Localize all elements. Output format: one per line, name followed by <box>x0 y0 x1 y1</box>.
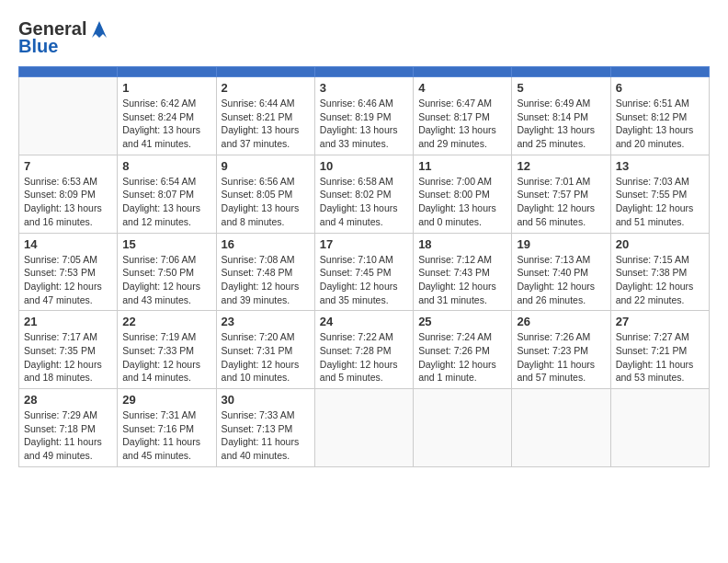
sunrise-text: Sunrise: 7:10 AM <box>320 253 408 267</box>
sunrise-text: Sunrise: 7:22 AM <box>320 330 408 344</box>
sunset-text: Sunset: 7:18 PM <box>24 422 112 436</box>
sunrise-text: Sunrise: 6:49 AM <box>517 97 605 110</box>
sunset-text: Sunset: 7:55 PM <box>616 188 704 201</box>
cell-content: Sunrise: 7:00 AM Sunset: 8:00 PM Dayligh… <box>418 175 506 229</box>
calendar-cell: 30 Sunrise: 7:33 AM Sunset: 7:13 PM Dayl… <box>216 389 314 467</box>
sunrise-text: Sunrise: 6:58 AM <box>320 175 408 189</box>
calendar-cell: 23 Sunrise: 7:20 AM Sunset: 7:31 PM Dayl… <box>216 311 314 389</box>
daylight-text: Daylight: 13 hours and 12 minutes. <box>122 201 210 228</box>
calendar-cell: 18 Sunrise: 7:12 AM Sunset: 7:43 PM Dayl… <box>414 233 512 311</box>
day-number: 18 <box>418 237 506 251</box>
calendar-cell: 13 Sunrise: 7:03 AM Sunset: 7:55 PM Dayl… <box>610 155 709 233</box>
day-number: 30 <box>222 393 310 407</box>
day-number: 11 <box>418 159 506 173</box>
sunset-text: Sunset: 8:14 PM <box>517 110 605 124</box>
calendar-cell: 27 Sunrise: 7:27 AM Sunset: 7:21 PM Dayl… <box>610 311 709 389</box>
header-monday <box>118 67 216 77</box>
sunset-text: Sunset: 8:12 PM <box>616 110 704 124</box>
daylight-text: Daylight: 12 hours and 14 minutes. <box>122 358 210 385</box>
day-number: 22 <box>122 315 210 328</box>
header-thursday <box>414 67 512 77</box>
cell-content: Sunrise: 7:03 AM Sunset: 7:55 PM Dayligh… <box>616 175 704 229</box>
calendar-cell: 24 Sunrise: 7:22 AM Sunset: 7:28 PM Dayl… <box>314 311 413 389</box>
sunset-text: Sunset: 7:48 PM <box>222 266 310 280</box>
sunrise-text: Sunrise: 6:56 AM <box>222 175 310 189</box>
sunrise-text: Sunrise: 7:05 AM <box>24 253 112 267</box>
daylight-text: Daylight: 12 hours and 22 minutes. <box>616 280 704 306</box>
calendar-cell: 11 Sunrise: 7:00 AM Sunset: 8:00 PM Dayl… <box>414 155 512 233</box>
calendar-cell <box>610 389 709 467</box>
sunset-text: Sunset: 8:19 PM <box>320 110 408 124</box>
calendar-cell: 12 Sunrise: 7:01 AM Sunset: 7:57 PM Dayl… <box>512 155 610 233</box>
daylight-text: Daylight: 11 hours and 45 minutes. <box>122 435 210 462</box>
cell-content: Sunrise: 6:56 AM Sunset: 8:05 PM Dayligh… <box>222 175 310 229</box>
cell-content: Sunrise: 7:01 AM Sunset: 7:57 PM Dayligh… <box>517 175 605 229</box>
sunrise-text: Sunrise: 7:24 AM <box>418 330 506 344</box>
day-number: 5 <box>517 81 605 95</box>
sunrise-text: Sunrise: 7:03 AM <box>616 175 704 189</box>
calendar-week-row: 1 Sunrise: 6:42 AM Sunset: 8:24 PM Dayli… <box>19 77 710 155</box>
calendar-cell: 22 Sunrise: 7:19 AM Sunset: 7:33 PM Dayl… <box>118 311 216 389</box>
calendar-week-row: 28 Sunrise: 7:29 AM Sunset: 7:18 PM Dayl… <box>19 389 710 467</box>
sunset-text: Sunset: 7:26 PM <box>418 344 506 358</box>
calendar-cell: 9 Sunrise: 6:56 AM Sunset: 8:05 PM Dayli… <box>216 155 314 233</box>
header-tuesday <box>216 67 314 77</box>
day-number: 8 <box>122 159 210 173</box>
calendar-cell: 5 Sunrise: 6:49 AM Sunset: 8:14 PM Dayli… <box>512 77 610 155</box>
day-number: 13 <box>616 159 704 173</box>
sunset-text: Sunset: 8:21 PM <box>222 110 310 124</box>
calendar-cell: 28 Sunrise: 7:29 AM Sunset: 7:18 PM Dayl… <box>19 389 118 467</box>
cell-content: Sunrise: 7:22 AM Sunset: 7:28 PM Dayligh… <box>320 330 408 385</box>
sunrise-text: Sunrise: 6:54 AM <box>122 175 210 189</box>
cell-content: Sunrise: 6:46 AM Sunset: 8:19 PM Dayligh… <box>320 97 408 151</box>
cell-content: Sunrise: 7:33 AM Sunset: 7:13 PM Dayligh… <box>222 408 310 463</box>
sunset-text: Sunset: 8:00 PM <box>418 188 506 201</box>
calendar-cell <box>314 389 413 467</box>
calendar-cell <box>414 389 512 467</box>
calendar-cell: 26 Sunrise: 7:26 AM Sunset: 7:23 PM Dayl… <box>512 311 610 389</box>
sunrise-text: Sunrise: 6:51 AM <box>616 97 704 110</box>
sunrise-text: Sunrise: 6:44 AM <box>222 97 310 110</box>
calendar-week-row: 14 Sunrise: 7:05 AM Sunset: 7:53 PM Dayl… <box>19 233 710 311</box>
daylight-text: Daylight: 12 hours and 43 minutes. <box>122 280 210 306</box>
sunrise-text: Sunrise: 7:15 AM <box>616 253 704 267</box>
calendar-cell: 6 Sunrise: 6:51 AM Sunset: 8:12 PM Dayli… <box>610 77 709 155</box>
calendar-week-row: 21 Sunrise: 7:17 AM Sunset: 7:35 PM Dayl… <box>19 311 710 389</box>
daylight-text: Daylight: 12 hours and 5 minutes. <box>320 358 408 385</box>
daylight-text: Daylight: 12 hours and 10 minutes. <box>222 358 310 385</box>
cell-content: Sunrise: 7:06 AM Sunset: 7:50 PM Dayligh… <box>122 253 210 307</box>
header-friday <box>512 67 610 77</box>
sunrise-text: Sunrise: 6:53 AM <box>24 175 112 189</box>
day-number: 24 <box>320 315 408 328</box>
sunrise-text: Sunrise: 7:29 AM <box>24 408 112 422</box>
cell-content: Sunrise: 6:53 AM Sunset: 8:09 PM Dayligh… <box>24 175 112 229</box>
day-number: 1 <box>122 81 210 95</box>
day-number: 21 <box>24 315 112 328</box>
cell-content: Sunrise: 7:15 AM Sunset: 7:38 PM Dayligh… <box>616 253 704 307</box>
day-number: 16 <box>222 237 310 251</box>
cell-content: Sunrise: 7:31 AM Sunset: 7:16 PM Dayligh… <box>122 408 210 463</box>
sunset-text: Sunset: 7:53 PM <box>24 266 112 280</box>
daylight-text: Daylight: 13 hours and 41 minutes. <box>122 123 210 150</box>
calendar-cell: 14 Sunrise: 7:05 AM Sunset: 7:53 PM Dayl… <box>19 233 118 311</box>
sunset-text: Sunset: 7:21 PM <box>616 344 704 358</box>
header-sunday <box>19 67 118 77</box>
sunrise-text: Sunrise: 6:47 AM <box>418 97 506 110</box>
sunrise-text: Sunrise: 7:19 AM <box>122 330 210 344</box>
sunrise-text: Sunrise: 7:12 AM <box>418 253 506 267</box>
sunset-text: Sunset: 7:45 PM <box>320 266 408 280</box>
cell-content: Sunrise: 6:58 AM Sunset: 8:02 PM Dayligh… <box>320 175 408 229</box>
svg-marker-0 <box>92 21 107 38</box>
daylight-text: Daylight: 12 hours and 35 minutes. <box>320 280 408 306</box>
sunset-text: Sunset: 7:43 PM <box>418 266 506 280</box>
calendar-cell: 20 Sunrise: 7:15 AM Sunset: 7:38 PM Dayl… <box>610 233 709 311</box>
sunset-text: Sunset: 8:09 PM <box>24 188 112 201</box>
sunrise-text: Sunrise: 7:17 AM <box>24 330 112 344</box>
sunset-text: Sunset: 7:33 PM <box>122 344 210 358</box>
day-number: 4 <box>418 81 506 95</box>
cell-content: Sunrise: 7:05 AM Sunset: 7:53 PM Dayligh… <box>24 253 112 307</box>
calendar-cell: 17 Sunrise: 7:10 AM Sunset: 7:45 PM Dayl… <box>314 233 413 311</box>
sunset-text: Sunset: 7:28 PM <box>320 344 408 358</box>
calendar-cell: 19 Sunrise: 7:13 AM Sunset: 7:40 PM Dayl… <box>512 233 610 311</box>
cell-content: Sunrise: 7:17 AM Sunset: 7:35 PM Dayligh… <box>24 330 112 385</box>
